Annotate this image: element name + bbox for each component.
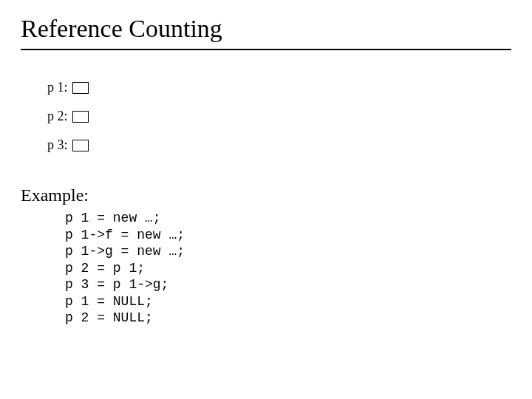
code-line: p 3 = p 1->g; <box>65 277 168 292</box>
title-divider <box>21 49 511 50</box>
pointer-row-p2: p 2: <box>47 109 511 124</box>
pointer-label-p1: p 1: <box>47 80 68 95</box>
code-line: p 2 = p 1; <box>65 261 145 276</box>
code-line: p 1 = new …; <box>65 211 161 225</box>
slide-container: Reference Counting p 1: p 2: p 3: Exampl… <box>0 0 532 341</box>
page-title: Reference Counting <box>21 15 511 43</box>
code-line: p 1->g = new …; <box>65 244 185 259</box>
pointer-list: p 1: p 2: p 3: <box>47 80 511 153</box>
pointer-box-p3 <box>72 140 89 151</box>
pointer-row-p3: p 3: <box>47 137 511 153</box>
code-line: p 1->f = new …; <box>65 228 185 242</box>
pointer-label-p3: p 3: <box>47 137 68 153</box>
pointer-row-p1: p 1: <box>47 80 511 95</box>
pointer-label-p2: p 2: <box>47 109 68 124</box>
code-line: p 2 = NULL; <box>65 310 153 325</box>
code-block: p 1 = new …; p 1->f = new …; p 1->g = ne… <box>65 210 511 327</box>
pointer-box-p1 <box>72 82 89 94</box>
code-line: p 1 = NULL; <box>65 294 153 309</box>
example-heading: Example: <box>21 185 511 205</box>
pointer-box-p2 <box>72 111 89 123</box>
